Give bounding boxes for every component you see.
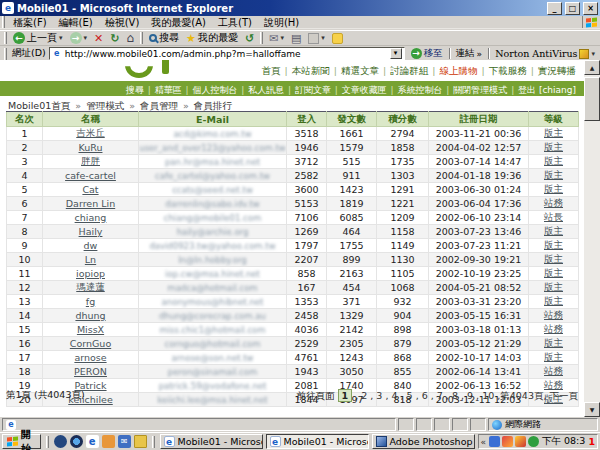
top-nav-link[interactable]: 實況轉播 xyxy=(538,65,576,76)
next-page-link[interactable]: 下一頁 xyxy=(550,390,579,401)
last-page-link[interactable]: 第4043頁 xyxy=(500,390,543,401)
breadcrumb-item[interactable]: 會員排行 xyxy=(194,100,232,111)
member-level-link[interactable]: 版主 xyxy=(544,155,563,166)
address-dropdown-icon[interactable]: ▾ xyxy=(390,48,402,59)
norton-antivirus-button[interactable]: Norton AntiVirus ▾ xyxy=(492,47,598,61)
member-name-link[interactable]: chiang xyxy=(75,212,107,223)
admin-nav-link[interactable]: 精華區 xyxy=(155,85,182,95)
member-name-link[interactable]: arnose xyxy=(74,352,106,363)
restore-button[interactable]: □ xyxy=(565,2,580,15)
mail-dropdown-icon[interactable]: ▾ xyxy=(280,34,284,42)
breadcrumb-item[interactable]: Mobile01首頁 xyxy=(8,100,70,111)
folder-icon[interactable] xyxy=(134,435,147,448)
menu-item[interactable]: 說明(H) xyxy=(258,16,305,29)
member-name-link[interactable]: dhung xyxy=(75,310,105,321)
member-name-link[interactable]: Ln xyxy=(85,254,96,265)
messenger-button[interactable] xyxy=(329,31,346,45)
forward-dropdown-icon[interactable]: ▾ xyxy=(84,34,88,42)
member-level-link[interactable]: 版主 xyxy=(544,337,563,348)
search-button[interactable]: 搜尋 xyxy=(146,31,182,45)
admin-nav-link[interactable]: 關閉管理模式 xyxy=(453,85,507,95)
member-level-link[interactable]: 版主 xyxy=(544,239,563,250)
admin-nav-link[interactable]: 登出 [chiang] xyxy=(518,85,576,95)
admin-nav-link[interactable]: 私人訊息 xyxy=(248,85,284,95)
member-name-link[interactable]: MissX xyxy=(77,324,104,335)
links-chevron-icon[interactable]: » xyxy=(477,49,483,59)
admin-nav-link[interactable]: 系統控制台 xyxy=(398,85,443,95)
member-level-link[interactable]: 版主 xyxy=(544,281,563,292)
breadcrumb-item[interactable]: 管理模式 xyxy=(86,100,124,111)
member-level-link[interactable]: 版主 xyxy=(544,127,563,138)
tray-status-icon-2[interactable] xyxy=(502,436,513,447)
tasks-grip[interactable] xyxy=(152,436,155,448)
vertical-scrollbar[interactable]: ▲ ▼ xyxy=(584,60,600,417)
history-button[interactable]: ↺ xyxy=(242,31,257,45)
member-name-link[interactable]: CornGuo xyxy=(70,338,111,349)
close-button[interactable]: × xyxy=(583,2,598,15)
member-name-link[interactable]: 胖胖 xyxy=(81,155,100,166)
member-name-link[interactable]: dw xyxy=(84,240,98,251)
toolbar-grip[interactable] xyxy=(4,32,7,44)
admin-nav-link[interactable]: 文章收藏匣 xyxy=(342,85,387,95)
member-name-link[interactable]: 吉米丘 xyxy=(76,127,105,138)
links-button[interactable]: 連結 » xyxy=(453,47,486,61)
mail-button[interactable]: ✉▾ xyxy=(266,31,287,45)
quicklaunch-grip[interactable] xyxy=(46,436,49,448)
scroll-up-button[interactable]: ▲ xyxy=(584,60,600,75)
member-level-link[interactable]: 站務 xyxy=(544,309,563,320)
member-name-link[interactable]: Cat xyxy=(82,184,98,195)
breadcrumb-item[interactable]: 會員管理 xyxy=(140,100,178,111)
member-level-link[interactable]: 版主 xyxy=(544,267,563,278)
media-player-icon[interactable] xyxy=(70,435,83,448)
edit-dropdown-icon[interactable]: ▾ xyxy=(321,34,325,42)
member-level-link[interactable]: 站務 xyxy=(544,197,563,208)
member-level-link[interactable]: 版主 xyxy=(544,225,563,236)
back-dropdown-icon[interactable]: ▾ xyxy=(59,34,63,42)
top-nav-link[interactable]: 討論群組 xyxy=(390,65,428,76)
home-button[interactable]: ⌂ xyxy=(123,31,137,45)
admin-nav-link[interactable]: 搜尋 xyxy=(126,85,144,95)
member-level-link[interactable]: 站務 xyxy=(544,323,563,334)
member-level-link[interactable]: 版主 xyxy=(544,183,563,194)
member-name-link[interactable]: iopiop xyxy=(76,268,105,279)
member-level-link[interactable]: 站長 xyxy=(544,211,563,222)
print-button[interactable]: ▤ xyxy=(288,31,304,45)
member-level-link[interactable]: 版主 xyxy=(544,253,563,264)
refresh-button[interactable]: ↻ xyxy=(107,31,122,45)
menu-item[interactable]: 工具(T) xyxy=(212,16,258,29)
member-level-link[interactable]: 版主 xyxy=(544,141,563,152)
top-nav-link[interactable]: 下載服務 xyxy=(489,65,527,76)
admin-nav-link[interactable]: 訂閱文章 xyxy=(295,85,331,95)
norton-dropdown-icon[interactable]: ▾ xyxy=(591,50,595,58)
show-desktop-icon[interactable] xyxy=(54,435,67,448)
menu-item[interactable]: 我的最愛(A) xyxy=(145,16,212,29)
menu-item[interactable]: 檢視(V) xyxy=(99,16,146,29)
internet-explorer-icon[interactable]: e xyxy=(86,435,99,448)
member-name-link[interactable]: fg xyxy=(86,296,95,307)
edit-button[interactable]: ▾ xyxy=(305,31,328,45)
favorites-button[interactable]: ★ 我的最愛 xyxy=(183,31,241,45)
member-name-link[interactable]: Haily xyxy=(79,226,103,237)
member-name-link[interactable]: 瑪達蓮 xyxy=(76,281,105,292)
scrollbar-thumb[interactable] xyxy=(584,77,600,121)
minimize-button[interactable]: _ xyxy=(547,2,562,15)
member-name-link[interactable]: cafe-cartel xyxy=(65,170,116,181)
addressbar-grip[interactable] xyxy=(4,48,7,60)
menu-item[interactable]: 檔案(F) xyxy=(7,16,53,29)
go-button[interactable]: → 移至 xyxy=(408,47,446,61)
taskbar-task-button[interactable]: eMobile01 - Microsof... xyxy=(266,434,369,449)
start-button[interactable]: 開始 xyxy=(2,434,41,449)
top-nav-link[interactable]: 本站新聞 xyxy=(292,65,330,76)
outlook-express-icon[interactable]: ✉ xyxy=(118,435,131,448)
member-name-link[interactable]: PERON xyxy=(74,366,107,377)
top-nav-link[interactable]: 線上購物 xyxy=(440,65,478,76)
stop-button[interactable]: ✕ xyxy=(91,31,106,45)
scroll-down-button[interactable]: ▼ xyxy=(584,402,600,417)
tray-status-icon-1[interactable] xyxy=(489,436,500,447)
taskbar-task-button[interactable]: Adobe Photoshop xyxy=(372,434,475,449)
taskbar-task-button[interactable]: eMobile01 - Microsof... xyxy=(160,434,263,449)
page-link[interactable]: 10 xyxy=(482,390,494,401)
top-nav-link[interactable]: 首頁 xyxy=(262,65,281,76)
tray-status-icon-3[interactable] xyxy=(515,436,526,447)
member-name-link[interactable]: Darren Lin xyxy=(66,198,115,209)
